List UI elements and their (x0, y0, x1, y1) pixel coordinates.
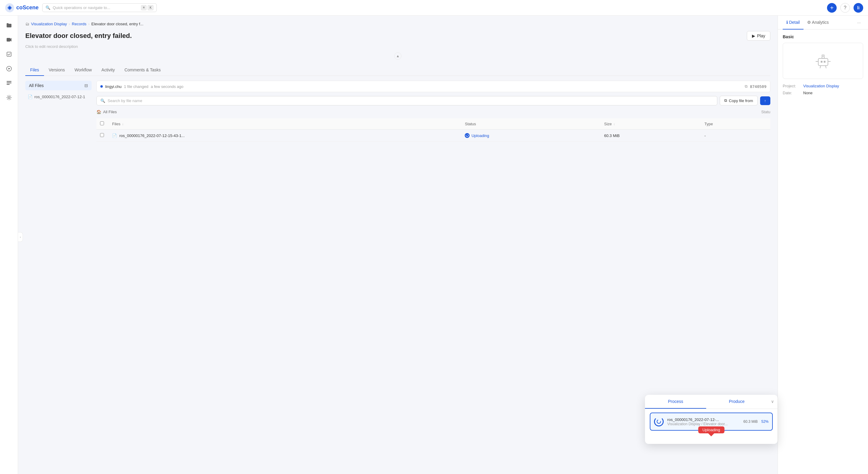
svg-point-8 (8, 97, 10, 99)
popup-body: ros_00000176_2022-07-12-... Visualizatio… (645, 409, 778, 444)
logo[interactable]: coScene (5, 3, 38, 13)
svg-line-18 (820, 66, 821, 68)
svg-rect-7 (7, 84, 10, 85)
content-tabs: Files Versions Workflow Activity Comment… (25, 64, 770, 76)
breadcrumb-project[interactable]: Visualization Display (31, 22, 67, 26)
table-head: Files ↕ Status Size ↕ Type (96, 118, 770, 130)
gear-icon (6, 95, 12, 101)
file-name: 📄 ros_00000176_2022-07-12-15-43-1... (112, 133, 458, 138)
upload-button[interactable]: ↑ (760, 96, 771, 105)
sidebar-toggle[interactable]: › (18, 232, 23, 242)
files-table: Files ↕ Status Size ↕ Type (96, 118, 770, 142)
col-checkbox (96, 118, 108, 130)
panel-more-button[interactable]: ··· (855, 19, 863, 26)
left-sidebar (0, 16, 18, 474)
record-title: Elevator door closed, entry failed. (25, 32, 132, 40)
date-field: Date: None (783, 91, 863, 95)
svg-rect-5 (7, 81, 11, 82)
project-value[interactable]: Visualization Display (803, 84, 839, 88)
search-icon: 🔍 (45, 5, 50, 10)
files-main: lingyi.chu 1 file changed a few seconds … (96, 81, 770, 142)
sidebar-item-data[interactable] (3, 77, 15, 89)
data-icon (6, 80, 12, 86)
path-all-files[interactable]: All Files (103, 110, 117, 114)
loading-icon (466, 134, 469, 137)
search-file-input[interactable]: 🔍 Search by file name (96, 96, 717, 105)
col-status: Status (461, 118, 600, 130)
popup-tabs: Process Produce ∨ (645, 395, 778, 409)
commit-left: lingyi.chu 1 file changed a few seconds … (100, 84, 184, 89)
svg-rect-10 (818, 59, 828, 66)
upload-item-path: Visualization Display / Elevator door... (667, 422, 740, 426)
right-panel: ℹ Detail ⚙ Analytics ··· Basic (778, 16, 868, 474)
tab-workflow[interactable]: Workflow (70, 64, 96, 76)
add-button[interactable]: + (827, 3, 837, 13)
collapse-button[interactable]: ▲ (394, 53, 401, 60)
breadcrumb: 🗂 Visualization Display › Records › Elev… (25, 22, 770, 26)
popup-tab-process[interactable]: Process (645, 395, 706, 409)
search-file-placeholder: Search by file name (107, 99, 142, 103)
sidebar-item-files[interactable] (3, 19, 15, 31)
record-description[interactable]: Click to edit record description (25, 44, 770, 49)
logo-icon (5, 3, 14, 13)
panel-tab-list: ℹ Detail ⚙ Analytics (783, 16, 832, 29)
svg-point-9 (466, 134, 468, 137)
search-placeholder: Quick operations or navigate to... (53, 5, 110, 10)
upload-item-info: ros_00000176_2022-07-12-... Visualizatio… (667, 417, 740, 426)
detail-info-icon: ℹ (786, 20, 789, 25)
file-name-text: ros_00000176_2022-07-12-15-43-1... (119, 133, 185, 138)
path-home-icon[interactable]: 🏠 (96, 110, 101, 114)
global-search[interactable]: 🔍 Quick operations or navigate to... ⌘ K (42, 3, 157, 12)
sidebar-item-play[interactable] (3, 63, 15, 75)
kbd-cmd: ⌘ (141, 5, 147, 10)
all-files-label: All Files (29, 83, 44, 88)
upload-icon: ↑ (764, 99, 767, 103)
all-files-button[interactable]: All Files ⊟ (25, 81, 92, 90)
svg-rect-11 (821, 61, 823, 63)
upload-progress-spinner (654, 417, 664, 427)
sidebar-item-settings[interactable] (3, 92, 15, 104)
svg-line-19 (826, 66, 826, 68)
kbd-k: K (148, 5, 153, 10)
svg-rect-15 (822, 55, 824, 56)
commit-right: ⧉ 8740509 (745, 84, 767, 89)
uploading-badge: Uploading (698, 427, 724, 433)
tab-comments-tasks[interactable]: Comments & Tasks (120, 64, 165, 76)
breadcrumb-sep-1: › (69, 22, 70, 26)
row-size-cell: 60.3 MiB (601, 130, 701, 142)
commit-changes: 1 file changed (124, 84, 148, 89)
play-label: Play (757, 33, 765, 38)
popup-chevron[interactable]: ∨ (767, 395, 778, 409)
select-all-checkbox[interactable] (100, 121, 104, 125)
file-tree-item[interactable]: 📄 ros_00000176_2022-07-12-1 (25, 93, 92, 101)
app-name: coScene (16, 4, 38, 11)
tab-files[interactable]: Files (25, 64, 44, 76)
row-checkbox[interactable] (100, 133, 104, 137)
record-title-row: Elevator door closed, entry failed. ▶ Pl… (25, 31, 770, 41)
sidebar-item-video[interactable] (3, 34, 15, 46)
svg-rect-3 (7, 52, 11, 56)
commit-dot (100, 85, 103, 88)
play-button[interactable]: ▶ Play (747, 31, 770, 41)
project-field: Project: Visualization Display (783, 84, 863, 88)
copy-file-icon: ⧉ (724, 98, 727, 103)
tab-versions[interactable]: Versions (44, 64, 70, 76)
help-button[interactable]: ? (840, 3, 850, 13)
search-input-icon: 🔍 (100, 99, 105, 103)
popup-tab-produce[interactable]: Produce (706, 395, 767, 409)
copy-file-from-button[interactable]: ⧉ Copy file from (720, 96, 757, 105)
row-type-cell: - (701, 130, 770, 142)
file-doc-row-icon: 📄 (112, 133, 117, 138)
breadcrumb-records[interactable]: Records (72, 22, 86, 26)
sidebar-item-tasks[interactable] (3, 48, 15, 60)
user-avatar[interactable]: li (854, 3, 863, 13)
tab-activity[interactable]: Activity (97, 64, 120, 76)
path-breadcrumb-row: 🏠 All Files Statu (96, 108, 770, 116)
copy-hash-icon[interactable]: ⧉ (745, 84, 747, 89)
basic-section-title: Basic (783, 34, 863, 39)
breadcrumb-folder-icon: 🗂 (25, 22, 29, 26)
upload-item-pct: 52% (761, 419, 769, 424)
panel-tab-detail[interactable]: ℹ Detail (783, 16, 804, 30)
panel-tab-analytics[interactable]: ⚙ Analytics (804, 16, 832, 30)
svg-rect-13 (822, 56, 824, 59)
